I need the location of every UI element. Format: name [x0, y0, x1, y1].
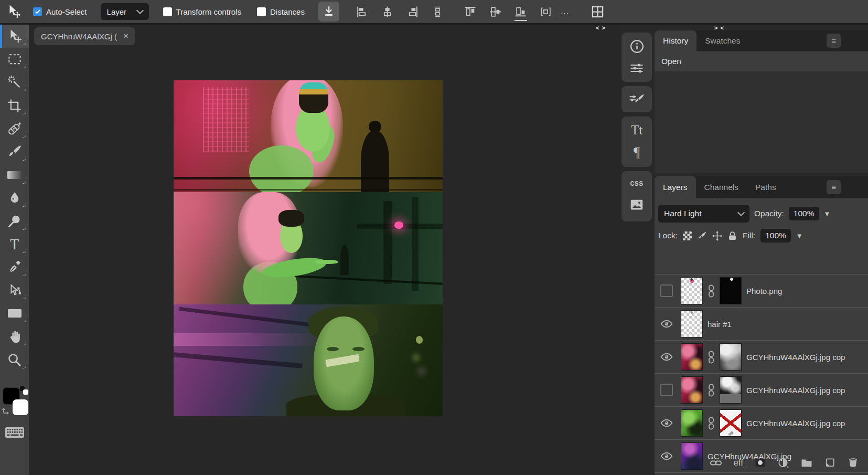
pen-tool[interactable] [0, 256, 29, 279]
gradient-tool[interactable] [0, 163, 29, 186]
layer-row[interactable]: Photo.png [655, 274, 868, 307]
new-adjustment-layer-button[interactable] [777, 457, 789, 469]
new-folder-button[interactable] [800, 457, 813, 469]
tool-settings-brush-icon[interactable] [628, 91, 645, 108]
layer-name: GCYHhruW4AAlXGj.jpg cop [746, 353, 868, 362]
zoom-tool[interactable] [0, 348, 29, 371]
info-icon[interactable] [629, 38, 645, 55]
layer-visibility-toggle[interactable] [657, 384, 676, 396]
distances-checkbox[interactable] [257, 7, 266, 16]
fill-stepper-icon[interactable]: ▼ [796, 232, 803, 240]
collapse-right-handle[interactable]: > < [714, 25, 724, 31]
crop-tool[interactable] [0, 94, 29, 117]
fill-value[interactable]: 100% [760, 229, 791, 242]
more-options-button[interactable]: ... [561, 7, 569, 16]
lock-pixels-icon[interactable] [697, 231, 707, 241]
layer-visibility-toggle[interactable] [657, 317, 676, 331]
place-image-button[interactable] [318, 2, 339, 22]
lock-position-icon[interactable] [712, 231, 722, 241]
character-panel-icon[interactable]: Tt [631, 123, 642, 138]
layer-mask-thumbnail[interactable] [720, 376, 742, 404]
close-tab-icon[interactable]: × [123, 31, 128, 41]
opacity-value[interactable]: 100% [789, 207, 819, 220]
hidden-layer-checkbox[interactable] [660, 384, 673, 396]
background-color-swatch[interactable] [13, 399, 28, 415]
layer-row[interactable]: GCYHhruW4AAlXGj.jpg cop [655, 373, 868, 406]
layer-mask-thumbnail[interactable] [720, 343, 742, 371]
blur-tool[interactable] [0, 186, 29, 209]
align-center-horizontal-button[interactable] [380, 1, 395, 22]
layer-thumbnail[interactable] [681, 376, 703, 404]
layer-thumbnail[interactable] [681, 409, 703, 437]
layer-name: Photo.png [746, 287, 868, 295]
layer-row[interactable]: GCYHhruW4AAlXGj.jpg cop [655, 406, 868, 439]
rectangle-select-tool[interactable] [0, 48, 29, 71]
lock-all-icon[interactable] [727, 231, 737, 241]
history-menu-button[interactable]: ≡ [827, 34, 841, 48]
distribute-horizontal-button[interactable] [539, 1, 553, 22]
history-entry-open[interactable]: Open [655, 51, 868, 71]
window-layout-grid-button[interactable] [590, 1, 605, 22]
delete-layer-button[interactable] [847, 457, 859, 469]
lock-transparency-icon[interactable] [683, 231, 692, 240]
new-layer-button[interactable] [824, 457, 836, 469]
image-panel-icon[interactable] [629, 197, 645, 213]
tab-layers[interactable]: Layers [655, 176, 696, 198]
layer-row[interactable]: hair #1 [655, 307, 868, 340]
brush-tool[interactable] [0, 140, 29, 163]
collapse-left-handle[interactable]: < > [596, 25, 606, 31]
spot-heal-tool[interactable] [0, 117, 29, 140]
layer-effects-button[interactable]: eff [733, 458, 743, 468]
canvas[interactable] [174, 80, 443, 416]
distribute-vertical-button[interactable] [431, 1, 445, 22]
paragraph-panel-icon[interactable]: ¶ [634, 144, 640, 161]
type-tool[interactable]: T [0, 233, 29, 256]
tab-swatches[interactable]: Swatches [696, 30, 748, 51]
document-tab-title: GCYHhruW4AAlXGj ( [41, 32, 117, 41]
layer-thumbnail[interactable] [681, 310, 703, 337]
layer-visibility-toggle[interactable] [657, 284, 676, 297]
auto-select-checkbox[interactable] [33, 7, 42, 16]
opacity-stepper-icon[interactable]: ▼ [824, 210, 831, 218]
rectangle-shape-tool[interactable] [0, 302, 29, 325]
adjustments-sliders-icon[interactable] [629, 60, 645, 76]
path-select-tool[interactable] [0, 279, 29, 302]
tab-history[interactable]: History [655, 30, 696, 51]
transform-controls-checkbox[interactable] [163, 7, 172, 16]
swap-colors-icon[interactable] [1, 405, 12, 415]
history-panel-body [655, 71, 868, 173]
layer-mask-thumbnail[interactable] [720, 409, 742, 437]
align-top-button[interactable] [463, 1, 478, 22]
magic-wand-tool[interactable] [0, 71, 29, 94]
auto-select-target-dropdown[interactable]: Layer [101, 3, 149, 20]
align-middle-vertical-button[interactable] [488, 1, 503, 22]
keyboard-shortcuts-button[interactable] [5, 427, 24, 438]
canvas-art-top-panel [174, 80, 443, 192]
layer-visibility-toggle[interactable] [657, 416, 676, 430]
link-layers-button[interactable] [710, 457, 722, 469]
align-bottom-button[interactable] [513, 1, 528, 22]
blend-mode-value: Hard Light [664, 209, 702, 218]
layer-thumbnail[interactable] [681, 343, 703, 371]
tab-paths[interactable]: Paths [747, 176, 785, 198]
align-right-button[interactable] [405, 1, 420, 22]
hidden-layer-checkbox[interactable] [660, 284, 673, 297]
document-tab[interactable]: GCYHhruW4AAlXGj ( × [34, 27, 135, 45]
hand-tool[interactable] [0, 325, 29, 348]
move-tool[interactable] [0, 25, 29, 48]
css-panel-icon[interactable]: CSS [630, 180, 644, 188]
color-swatches[interactable] [0, 386, 29, 418]
layer-thumbnail[interactable] [681, 277, 703, 304]
tab-channels[interactable]: Channels [696, 176, 747, 198]
layer-row[interactable]: GCYHhruW4AAlXGj.jpg cop [655, 340, 868, 373]
layer-name: GCYHhruW4AAlXGj.jpg cop [746, 419, 868, 428]
layer-visibility-toggle[interactable] [657, 350, 676, 364]
blend-mode-dropdown[interactable]: Hard Light [658, 205, 749, 223]
align-left-button[interactable] [355, 1, 370, 22]
add-raster-mask-button[interactable] [754, 457, 766, 469]
topbar-divider [0, 23, 868, 25]
rectangle-icon [8, 309, 22, 318]
layer-mask-thumbnail[interactable] [720, 277, 742, 304]
dodge-tool[interactable] [0, 209, 29, 233]
layers-menu-button[interactable]: ≡ [827, 180, 841, 194]
